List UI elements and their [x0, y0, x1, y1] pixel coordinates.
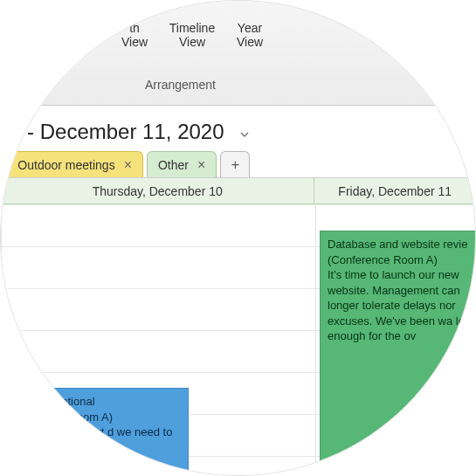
gridline-vertical — [1, 204, 2, 475]
event-database-review[interactable]: Database and website revie (Conference R… — [320, 231, 476, 466]
tab-other-label: Other — [158, 158, 189, 172]
date-range-dropdown[interactable] — [240, 130, 249, 139]
event-operational[interactable]: etermine operational ncies (Training Roo… — [0, 388, 189, 476]
tab-first[interactable]: s × — [0, 151, 3, 177]
view-button-with[interactable]: th View — [113, 21, 156, 49]
tab-outdoor-label: Outdoor meetings — [17, 158, 114, 172]
tab-other[interactable]: Other × — [147, 151, 217, 177]
timeline-view-button[interactable]: Timeline View — [165, 21, 219, 49]
event-body: ses remain throughout d we need to st li… — [0, 424, 181, 455]
event-title: Database and website revie — [328, 237, 476, 252]
gridline-horizontal — [1, 456, 475, 457]
close-icon[interactable]: × — [197, 158, 205, 172]
event-location: ncies (Training Room A) — [0, 410, 181, 425]
event-title: etermine operational — [0, 394, 181, 410]
event-body: It's time to launch our new website. Man… — [328, 267, 476, 344]
year-label-l2: View — [237, 35, 263, 49]
event-location: (Conference Room A) — [328, 252, 476, 268]
year-view-button[interactable]: Year View — [228, 21, 272, 49]
with-label-l2: View — [121, 35, 148, 49]
gridline-horizontal — [1, 414, 475, 415]
add-tab-button[interactable]: + — [220, 151, 250, 177]
ribbon: th View Timeline View Year View Working … — [1, 1, 475, 106]
tab-outdoor-meetings[interactable]: Outdoor meetings × — [6, 151, 143, 177]
timeline-label-l1: Timeline — [169, 21, 215, 35]
tab-strip: s × Outdoor meetings × Other × + — [1, 149, 475, 178]
date-range-text: 2020 - December 11, 2020 — [0, 120, 224, 144]
column-header-row: Thursday, December 10 Friday, December 1… — [1, 178, 475, 204]
plus-icon: + — [231, 157, 239, 173]
arrangement-group-label: Arrangement — [145, 78, 216, 92]
year-label-l1: Year — [238, 21, 262, 35]
clock-icon — [7, 5, 23, 19]
gridline-horizontal — [1, 204, 475, 205]
working-hours-label: Working H — [28, 5, 85, 19]
column-header-thursday[interactable]: Thursday, December 10 — [1, 178, 314, 204]
working-hours-button[interactable]: Working H — [1, 1, 114, 24]
close-icon[interactable]: × — [124, 158, 132, 172]
timeline-label-l2: View — [179, 35, 205, 49]
column-header-friday[interactable]: Friday, December 11 — [314, 178, 475, 204]
column-header-thursday-label: Thursday, December 10 — [93, 184, 223, 198]
column-header-friday-label: Friday, December 11 — [338, 184, 452, 198]
chevron-down-icon — [240, 130, 249, 139]
gridline-vertical — [315, 204, 316, 475]
calendar-grid[interactable]: Database and website revie (Conference R… — [1, 204, 475, 475]
with-label-l1: th — [129, 21, 140, 35]
date-range-row: 2020 - December 11, 2020 — [1, 106, 475, 149]
